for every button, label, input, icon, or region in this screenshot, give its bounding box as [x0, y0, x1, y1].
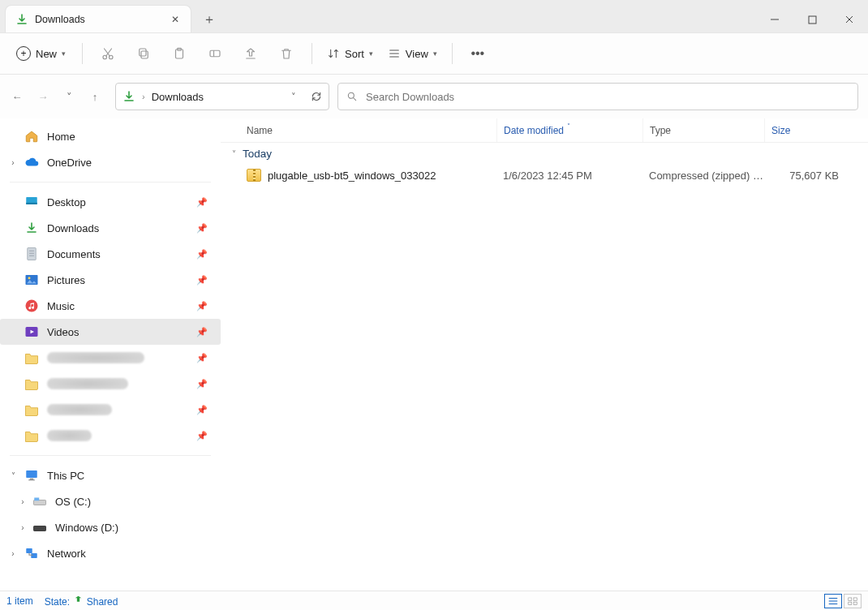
refresh-button[interactable] [311, 91, 322, 102]
folder-icon [24, 376, 39, 391]
address-dropdown-button[interactable]: ˅ [291, 92, 296, 102]
sidebar-item-blurred[interactable]: 📌 [0, 371, 221, 397]
status-state: State: Shared [45, 594, 118, 608]
search-input[interactable] [366, 91, 849, 103]
maximize-button[interactable] [793, 6, 831, 32]
plus-circle-icon: + [16, 46, 31, 61]
cloud-icon [24, 155, 39, 170]
chevron-right-icon[interactable]: › [18, 523, 28, 532]
sort-button[interactable]: Sort ▾ [322, 47, 378, 60]
sidebar-item-desktop[interactable]: Desktop📌 [0, 189, 221, 215]
sidebar-item-blurred[interactable]: 📌 [0, 397, 221, 423]
sidebar-item-blurred[interactable]: 📌 [0, 423, 221, 449]
downloads-icon [15, 13, 28, 26]
chevron-right-icon[interactable]: › [8, 549, 18, 558]
view-label: View [406, 48, 428, 60]
new-tab-button[interactable]: ＋ [196, 6, 222, 32]
group-header-today[interactable]: ˅ Today [221, 143, 868, 163]
sidebar-item-label: Home [47, 131, 75, 143]
minimize-button[interactable] [756, 6, 793, 32]
sidebar-item-blurred[interactable]: 📌 [0, 345, 221, 371]
up-button[interactable]: ↑ [88, 91, 102, 103]
zip-icon [247, 169, 261, 182]
more-button[interactable]: ••• [462, 39, 493, 68]
sidebar-item-label: OneDrive [47, 157, 92, 169]
pin-icon: 📌 [196, 431, 213, 441]
blurred-label [47, 378, 128, 389]
thumbnails-view-toggle[interactable] [844, 594, 862, 608]
svg-rect-1 [809, 16, 816, 24]
sidebar: Home › OneDrive Desktop📌Downloads📌Docume… [0, 118, 221, 591]
sidebar-item-videos[interactable]: Videos📌 [0, 319, 221, 345]
sidebar-item-music[interactable]: Music📌 [0, 293, 221, 319]
paste-button[interactable] [164, 39, 195, 68]
svg-rect-6 [141, 51, 148, 58]
state-value: Shared [87, 596, 118, 608]
sidebar-item-home[interactable]: Home [0, 123, 221, 149]
blurred-label [47, 352, 144, 363]
share-button[interactable] [235, 39, 266, 68]
rename-button[interactable] [200, 39, 230, 68]
pin-icon: 📌 [196, 405, 213, 415]
sidebar-item-label: Documents [47, 248, 101, 260]
item-count: 1 item [6, 595, 33, 607]
file-name: plugable_usb-bt5_windows_033022 [268, 170, 436, 182]
tab-downloads[interactable]: Downloads ✕ [5, 5, 191, 32]
sidebar-item-label: OS (C:) [55, 496, 91, 508]
view-button[interactable]: View ▾ [383, 47, 442, 60]
svg-rect-29 [26, 548, 32, 553]
sidebar-item-onedrive[interactable]: › OneDrive [0, 149, 221, 175]
svg-point-11 [348, 92, 354, 98]
column-header-date[interactable]: Date modified˅ [496, 118, 642, 142]
column-header-name[interactable]: Name [247, 118, 496, 142]
pin-icon: 📌 [196, 327, 213, 337]
svg-rect-28 [34, 526, 46, 531]
file-row[interactable]: plugable_usb-bt5_windows_0330221/6/2023 … [221, 163, 868, 187]
sidebar-item-label: This PC [47, 470, 84, 482]
downloads-icon [24, 221, 39, 235]
chevron-down-icon: ▾ [62, 49, 66, 58]
documents-icon [24, 247, 39, 261]
sidebar-item-label: Pictures [47, 274, 85, 286]
address-bar-row: ← → ˅ ↑ › Downloads ˅ [0, 75, 868, 118]
file-list: Name Date modified˅ Type Size ˅ Today pl… [221, 118, 868, 591]
pin-icon: 📌 [196, 301, 213, 311]
forward-button[interactable]: → [36, 91, 50, 103]
svg-rect-15 [28, 248, 37, 260]
sidebar-item-downloads[interactable]: Downloads📌 [0, 215, 221, 241]
svg-rect-23 [26, 470, 37, 478]
tab-close-button[interactable]: ✕ [168, 14, 183, 25]
sidebar-item-drive-d[interactable]: › Windows (D:) [0, 514, 221, 540]
folder-icon [24, 428, 39, 443]
back-button[interactable]: ← [10, 91, 24, 103]
pin-icon: 📌 [196, 275, 213, 286]
monitor-icon [24, 468, 39, 483]
cut-button[interactable] [92, 39, 123, 68]
details-view-toggle[interactable] [824, 594, 842, 608]
sidebar-item-drive-c[interactable]: › OS (C:) [0, 488, 221, 514]
chevron-right-icon[interactable]: › [18, 497, 28, 506]
file-type: Compressed (zipped) F... [642, 170, 764, 182]
sidebar-item-pictures[interactable]: Pictures📌 [0, 267, 221, 293]
drive-icon [32, 494, 47, 509]
chevron-down-icon[interactable]: ˅ [8, 471, 18, 480]
svg-rect-34 [853, 602, 857, 605]
delete-button[interactable] [271, 39, 302, 68]
column-header-type[interactable]: Type [642, 118, 764, 142]
copy-button[interactable] [128, 39, 159, 68]
recent-locations-button[interactable]: ˅ [62, 91, 76, 103]
sidebar-item-thispc[interactable]: ˅ This PC [0, 462, 221, 488]
search-box[interactable] [337, 83, 858, 110]
column-header-size[interactable]: Size [764, 118, 845, 142]
sidebar-item-network[interactable]: › Network [0, 540, 221, 566]
breadcrumb-location[interactable]: Downloads [152, 91, 204, 103]
window-controls [756, 6, 868, 32]
new-button[interactable]: + New ▾ [10, 43, 72, 64]
chevron-right-icon[interactable]: › [8, 158, 18, 167]
sidebar-item-label: Music [47, 300, 75, 312]
separator [312, 43, 312, 64]
blurred-label [47, 430, 92, 441]
close-window-button[interactable] [831, 6, 868, 32]
sidebar-item-documents[interactable]: Documents📌 [0, 241, 221, 267]
address-bar[interactable]: › Downloads ˅ [115, 83, 329, 110]
